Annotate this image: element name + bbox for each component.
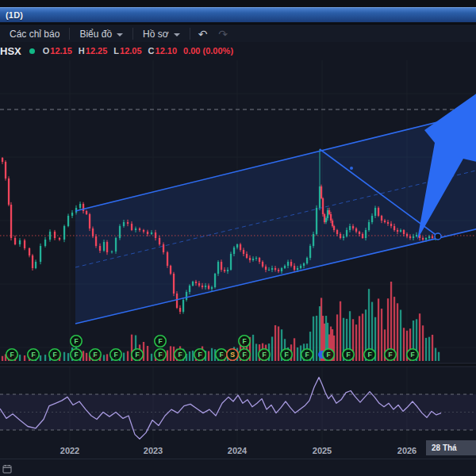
ohlc-field: C12.10 [148,46,177,56]
event-marker-letter: F [158,351,162,359]
trendline-midpoint [350,167,353,170]
event-marker-letter: F [113,351,117,359]
symbol-legend-row[interactable]: HSX O12.15H12.25L12.05C12.100.00 (0.00%) [0,44,476,57]
event-marker-letter: F [410,351,414,359]
pane-separator [0,363,476,367]
event-marker-letter: F [305,351,309,359]
price-chart[interactable]: FFFFFFFFFFFFFFFFFFFFFFFS [0,0,476,476]
rsi-pane [0,378,476,440]
event-marker-letter: F [219,351,223,359]
event-marker-letter: F [326,351,330,359]
event-marker-letter: F [198,351,202,359]
trading-app-window: (1D) Các chỉ báoBiểu đồHồ sơ↶↷ FFFFFFFFF… [0,0,476,476]
event-marker-letter: F [367,351,371,359]
channel-fill [75,112,476,324]
event-marker-letter: F [93,351,97,359]
event-marker-letter: F [158,337,162,345]
axis-year-label: 2025 [313,446,332,455]
event-marker-letter: S [230,351,235,359]
market-status-dot [29,48,35,54]
event-marker-letter: F [284,351,288,359]
ohlc-field: L12.05 [113,46,141,56]
event-marker-letter: F [74,337,78,345]
event-marker-letter: F [74,351,78,359]
event-marker-letter: F [52,351,56,359]
event-marker-letter: F [346,351,350,359]
event-marker-letter: F [10,351,13,359]
symbol-name: HSX [0,45,21,57]
ohlc-field: O12.15 [43,46,72,56]
change-value: 0.00 (0.00%) [183,46,233,56]
event-marker-letter: F [242,351,246,359]
convergence-anchor-dot [435,233,441,240]
event-marker-letter: F [242,337,246,345]
event-marker-letter: F [135,351,139,359]
calendar-icon[interactable] [2,463,12,476]
axis-year-label: 2022 [60,446,79,455]
event-marker-letter: F [178,351,182,359]
bottom-bar [0,459,476,476]
ohlc-field: H12.25 [79,46,107,56]
crosshair-date-label: 28 Thá [426,440,476,455]
axis-year-label: 2026 [397,446,416,455]
axis-year-label: 2024 [228,446,247,455]
axis-year-label: 2023 [144,446,163,455]
event-marker-letter: F [262,351,266,359]
ohlc-values: O12.15H12.25L12.05C12.100.00 (0.00%) [43,46,233,56]
event-marker-letter: F [31,351,35,359]
event-marker-letter: F [388,351,392,359]
